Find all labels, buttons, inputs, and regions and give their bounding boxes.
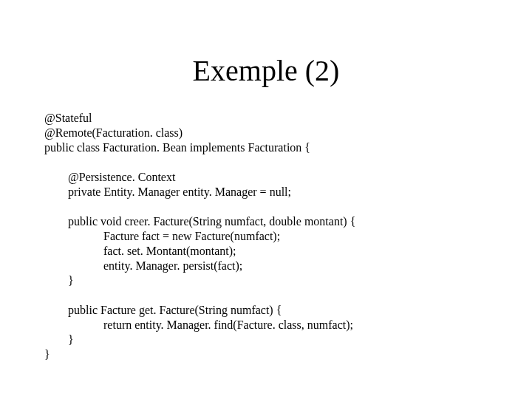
code-line: } [44, 333, 74, 346]
code-line: @Persistence. Context [44, 171, 175, 183]
code-block: @Stateful @Remote(Facturation. class) pu… [44, 111, 488, 362]
code-line: @Remote(Facturation. class) [44, 126, 183, 139]
slide: Exemple (2) @Stateful @Remote(Facturatio… [0, 0, 532, 399]
page-title: Exemple (2) [0, 53, 532, 88]
code-line: } [44, 274, 74, 287]
code-line: fact. set. Montant(montant); [44, 245, 236, 257]
code-line: public class Facturation. Bean implement… [44, 141, 310, 154]
code-line: public Facture get. Facture(String numfa… [44, 304, 282, 316]
code-line: public void creer. Facture(String numfac… [44, 215, 355, 228]
code-line: private Entity. Manager entity. Manager … [44, 185, 291, 198]
code-line: } [44, 348, 50, 361]
code-line: entity. Manager. persist(fact); [44, 259, 242, 272]
code-line: @Stateful [44, 112, 92, 124]
code-line: Facture fact = new Facture(numfact); [44, 230, 280, 242]
code-line: return entity. Manager. find(Facture. cl… [44, 318, 353, 331]
